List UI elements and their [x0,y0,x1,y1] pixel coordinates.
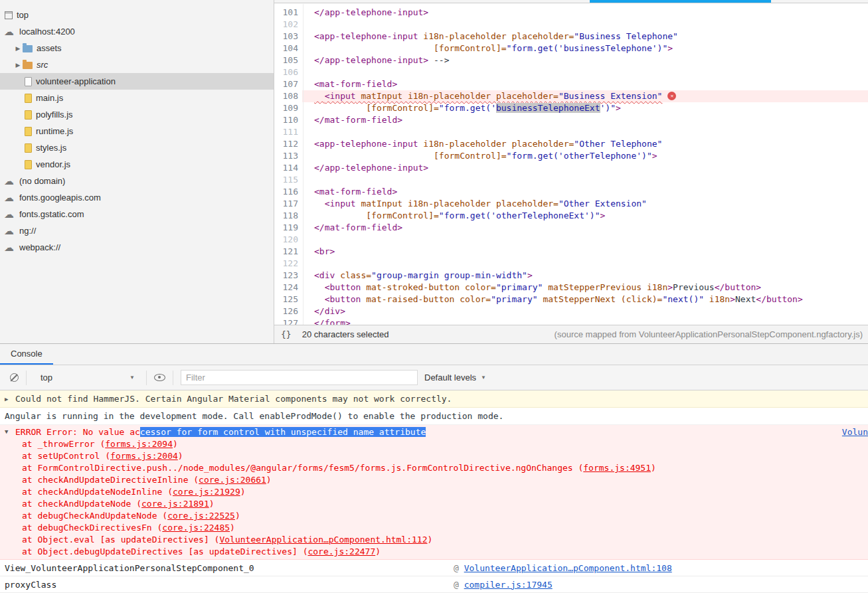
line-content[interactable]: </div> [302,305,868,317]
line-content[interactable]: <mat-form-field> [302,186,868,198]
stack-frame-link[interactable]: core.js:22525 [167,511,235,521]
line-number[interactable]: 123 [274,270,302,282]
stack-frame-link[interactable]: core.js:21929 [173,487,240,497]
line-content[interactable] [302,234,868,246]
line-content[interactable]: </mat-form-field> [302,114,868,126]
sidebar-item-webpack[interactable]: webpack:// [0,239,274,256]
line-content[interactable]: [formControl]="form.get('otherTelephoneE… [302,210,868,222]
line-number[interactable]: 117 [274,198,302,210]
line-content[interactable] [302,174,868,186]
clear-console-icon[interactable] [10,373,19,382]
sidebar-item-assets[interactable]: ▶assets [0,40,274,56]
line-content[interactable]: <mat-form-field> [302,78,868,90]
sidebar-item-no-domain[interactable]: (no domain) [0,173,274,189]
tab-console[interactable]: Console [0,344,53,365]
frame-location-link[interactable]: compiler.js:17945 [464,580,553,590]
line-number[interactable]: 102 [274,19,302,31]
line-content[interactable]: <app-telephone-input i18n-placeholder pl… [302,138,868,150]
sidebar-item-polyfills-js[interactable]: ▶polyfills.js [0,106,274,123]
collapse-triangle-icon[interactable]: ▼ [5,428,15,435]
tree-expand-arrow-icon[interactable]: ▶ [13,45,23,52]
live-expression-eye-icon[interactable] [154,374,165,381]
stack-frame-link[interactable]: core.js:20661 [199,475,266,485]
line-content[interactable]: </app-telephone-input> [302,7,868,19]
line-content[interactable]: <div class="group-margin group-min-width… [302,270,868,282]
line-content[interactable]: <button mat-stroked-button color="primar… [302,282,868,294]
sidebar-item-volunteer-application[interactable]: ▶volunteer-application [0,73,274,90]
stack-frame-link[interactable]: forms.js:2094 [105,439,173,449]
code-token: > [667,282,673,292]
sidebar-item-main-js[interactable]: ▶main.js [0,90,274,106]
line-number[interactable]: 116 [274,186,302,198]
line-content[interactable]: [formControl]="form.get('businessTelepho… [302,102,868,114]
line-number[interactable]: 124 [274,282,302,294]
stack-frame-link[interactable]: core.js:22485 [162,523,230,533]
line-content[interactable]: </app-telephone-input> --> [302,54,868,66]
line-content[interactable] [302,66,868,78]
tree-expand-arrow-icon[interactable]: ▶ [13,62,23,68]
line-content[interactable]: <button mat-raised-button color="primary… [302,294,868,305]
stack-frame-link[interactable]: core.js:21891 [141,499,209,509]
line-number[interactable]: 113 [274,150,302,162]
line-content[interactable]: </mat-form-field> [302,222,868,234]
line-number[interactable]: 121 [274,246,302,258]
error-icon[interactable] [667,92,676,100]
line-number[interactable]: 126 [274,305,302,317]
code-editor[interactable]: 101</app-telephone-input>102103<app-tele… [274,4,868,325]
console-filter-input[interactable] [181,370,418,385]
line-content[interactable]: [formControl]="form.get('otherTelephone'… [302,150,868,162]
line-number[interactable]: 105 [274,54,302,66]
line-number[interactable]: 109 [274,102,302,114]
line-number[interactable]: 115 [274,174,302,186]
sidebar-item-fonts-googleapis-com[interactable]: fonts.googleapis.com [0,189,274,206]
line-number[interactable]: 107 [274,78,302,90]
line-number[interactable]: 110 [274,114,302,126]
line-content[interactable]: <br> [302,246,868,258]
line-number[interactable]: 127 [274,317,302,325]
line-content[interactable]: </form> [302,317,868,325]
line-number[interactable]: 119 [274,222,302,234]
line-number[interactable]: 125 [274,294,302,305]
line-number[interactable]: 114 [274,162,302,174]
editor-pane: 101</app-telephone-input>102103<app-tele… [274,0,868,343]
code-token: [formControl]= [366,211,439,220]
line-content[interactable] [302,19,868,31]
stack-frame-link[interactable]: forms.js:4951 [583,463,651,473]
line-content[interactable]: </app-telephone-input> [302,162,868,174]
sidebar-item-src[interactable]: ▶src [0,56,274,73]
line-number[interactable]: 108 [274,90,302,102]
stack-frame-link[interactable]: forms.js:2004 [110,451,178,461]
line-number[interactable]: 112 [274,138,302,150]
error-squiggle: <input matInput i18n-placeholder placeho… [314,91,662,101]
sidebar-item-top[interactable]: top [0,7,274,23]
error-source-link[interactable]: Volun [842,427,868,437]
line-content[interactable]: <input matInput i18n-placeholder placeho… [302,90,868,102]
frame-location-link[interactable]: VolunteerApplication…pComponent.html:108 [464,563,672,573]
line-number[interactable]: 111 [274,126,302,138]
line-content[interactable] [302,258,868,270]
expand-triangle-icon[interactable]: ▶ [5,396,15,402]
line-number[interactable]: 122 [274,258,302,270]
line-content[interactable]: <app-telephone-input i18n-placeholder pl… [302,31,868,42]
sidebar-item-localhost-4200[interactable]: localhost:4200 [0,23,274,40]
sidebar-item-ng[interactable]: ng:// [0,222,274,239]
line-content[interactable]: [formControl]="form.get('businessTelepho… [302,42,868,54]
sidebar-item-vendor-js[interactable]: ▶vendor.js [0,156,274,173]
line-number[interactable]: 118 [274,210,302,222]
stack-frame-link[interactable]: VolunteerApplication…pComponent.html:112 [219,535,427,545]
context-selector[interactable]: top ▼ [34,373,139,382]
line-content[interactable] [302,126,868,138]
stack-frame-link[interactable]: core.js:22477 [307,547,375,556]
line-number[interactable]: 120 [274,234,302,246]
line-number[interactable]: 106 [274,66,302,78]
pretty-print-button[interactable]: {} [281,329,292,339]
sidebar-item-fonts-gstatic-com[interactable]: fonts.gstatic.com [0,206,274,222]
line-number[interactable]: 103 [274,31,302,42]
line-number[interactable]: 104 [274,42,302,54]
sidebar-item-runtime-js[interactable]: ▶runtime.js [0,123,274,139]
line-content[interactable]: <input matInput i18n-placeholder placeho… [302,198,868,210]
line-number[interactable]: 101 [274,7,302,19]
code-line-115: 115 [274,174,868,186]
sidebar-item-styles-js[interactable]: ▶styles.js [0,139,274,156]
log-levels-dropdown[interactable]: Default levels ▼ [424,373,486,382]
